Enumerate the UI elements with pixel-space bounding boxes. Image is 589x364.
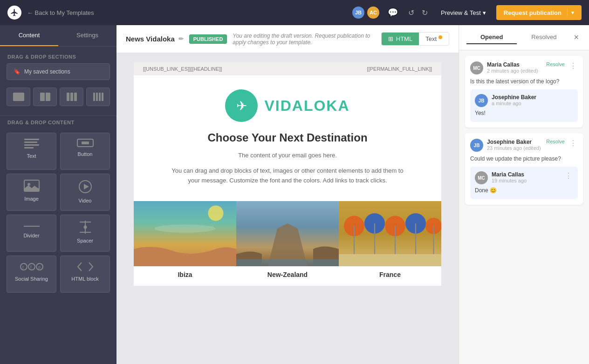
comments-header: Opened Resolved × [459,25,589,50]
svg-point-7 [27,183,30,186]
active-users: JB AC [351,6,380,20]
back-to-templates[interactable]: ← Back to My Templates [27,9,94,16]
content-item-social[interactable]: t f p Social Sharing [7,256,56,293]
content-item-video[interactable]: Video [60,174,110,211]
spacer-content-icon [80,221,91,235]
svg-point-16 [21,263,27,270]
ibiza-label: Ibiza [178,271,192,278]
tab-content[interactable]: Content [0,25,58,46]
sidebar-tabs: Content Settings [0,25,116,47]
text-mode-button[interactable]: Text [419,33,449,45]
svg-text:t: t [22,265,24,270]
resolve-button-1[interactable]: Resolve [546,61,565,67]
comment-reply-1: JB Josephine Baker a minute ago Yes! [470,89,578,122]
preview-test-button[interactable]: Preview & Test ▾ [436,7,491,19]
reply-author-1: Josephine Baker [492,94,573,101]
content-item-divider[interactable]: Divider [7,215,56,252]
destination-new-zealand: New-Zealand [236,201,339,286]
reply-header-2: MC Maria Callas 19 minutes ago ⋮ [475,171,573,184]
svg-rect-0 [24,139,39,140]
reply-more-2[interactable]: ⋮ [564,171,573,180]
email-body: ✈ VIDALOKA Choose Your Next Destination … [134,75,441,286]
destination-france: France [339,201,441,286]
email-top-bar: [[UNSUB_LINK_ES]][[HEADLINE]] [[PERMALIN… [134,62,441,75]
reply-text-1: Yes! [475,109,573,117]
text-content-icon [24,139,39,150]
comment-reply-2: MC Maria Callas 19 minutes ago ⋮ Done 😊 [470,167,578,199]
social-content-label: Social Sharing [15,276,48,282]
html-mode-button[interactable]: ⊞ HTML [382,33,419,45]
reply-header-1: JB Josephine Baker a minute ago [475,94,573,107]
comment-more-1[interactable]: ⋮ [568,61,578,70]
reply-author-2: Maria Callas [492,171,560,178]
reply-time-2: 19 minutes ago [492,178,560,183]
reply-meta-1: Josephine Baker a minute ago [492,94,573,106]
resolve-button-2[interactable]: Resolve [546,139,565,144]
layout-4col[interactable] [86,88,110,106]
close-comments-button[interactable]: × [571,32,582,43]
my-saved-sections-button[interactable]: 🔖 My saved sections [7,63,110,80]
request-publication-button[interactable]: Request publication ▾ [496,5,582,20]
tab-opened[interactable]: Opened [466,31,517,44]
text-content-label: Text [27,153,36,159]
svg-rect-3 [24,147,34,148]
comment-text-1: Is this the latest version of the logo? [470,77,578,86]
editor-mode-buttons: ⊞ HTML Text [381,32,449,46]
logo-plane-icon: ✈ [236,98,247,114]
content-item-spacer[interactable]: Spacer [60,215,110,252]
button-content-icon [77,139,94,148]
comment-more-2[interactable]: ⋮ [568,139,578,148]
top-nav: ← Back to My Templates JB AC 💬 ↺ ↻ Previ… [0,0,589,25]
spacer-content-label: Spacer [77,238,93,243]
comment-time-2: 23 minutes ago (edited) [487,145,542,151]
new-zealand-image [236,201,339,266]
tab-resolved[interactable]: Resolved [519,31,569,44]
new-zealand-label: New-Zealand [267,271,308,278]
layout-2col[interactable] [33,88,57,106]
logo-text: VIDALOKA [264,97,349,115]
content-item-button[interactable]: Button [60,133,110,170]
comment-avatar-jb-2: JB [470,139,483,152]
svg-rect-2 [24,144,39,146]
content-item-image[interactable]: Image [7,174,56,211]
content-item-text[interactable]: Text [7,133,56,170]
email-logo-circle: ✈ [225,89,258,122]
reply-time-1: a minute ago [492,101,573,106]
svg-marker-15 [83,227,87,230]
email-subtext1: The content of your email goes here. [238,151,337,161]
france-label: France [379,271,401,278]
svg-marker-9 [84,184,89,189]
comment-avatar-mc-1: MC [470,61,483,74]
redo-button[interactable]: ↻ [419,7,431,19]
edit-name-icon[interactable]: ✏ [178,35,184,42]
app-logo [7,6,21,20]
divider-content-icon [24,221,40,230]
chat-icon[interactable]: 💬 [386,6,400,20]
divider-content-label: Divider [23,233,39,238]
svg-text:p: p [38,265,41,270]
svg-rect-38 [339,254,441,266]
svg-marker-14 [83,224,87,227]
comment-meta-2: Josephine Baker 23 minutes ago (edited) [487,139,542,151]
avatar-jb: JB [351,6,365,20]
drag-drop-sections-title: Drag & Drop sections [0,47,116,63]
comment-meta-1: Maria Callas 2 minutes ago (edited) [487,61,542,74]
undo-redo-group: ↺ ↻ [405,7,431,19]
html-content-label: HTML block [71,276,98,282]
avatar-ac: AC [366,6,380,20]
svg-text:f: f [30,265,32,270]
comments-body: MC Maria Callas 2 minutes ago (edited) R… [459,50,589,364]
content-item-html[interactable]: HTML block [60,256,110,293]
tab-settings[interactable]: Settings [58,25,116,46]
destination-ibiza: Ibiza [134,201,236,286]
comment-thread-2: JB Josephine Baker 23 minutes ago (edite… [465,133,583,205]
reply-avatar-1: JB [475,94,488,107]
template-name: News Vidaloka ✏ [126,35,184,43]
svg-rect-5 [82,142,89,144]
layout-1col[interactable] [7,88,30,106]
video-content-label: Video [79,198,92,203]
email-headline: Choose Your Next Destination [207,131,367,144]
layout-3col[interactable] [60,88,83,106]
layout-options [0,88,116,114]
undo-button[interactable]: ↺ [405,7,417,19]
